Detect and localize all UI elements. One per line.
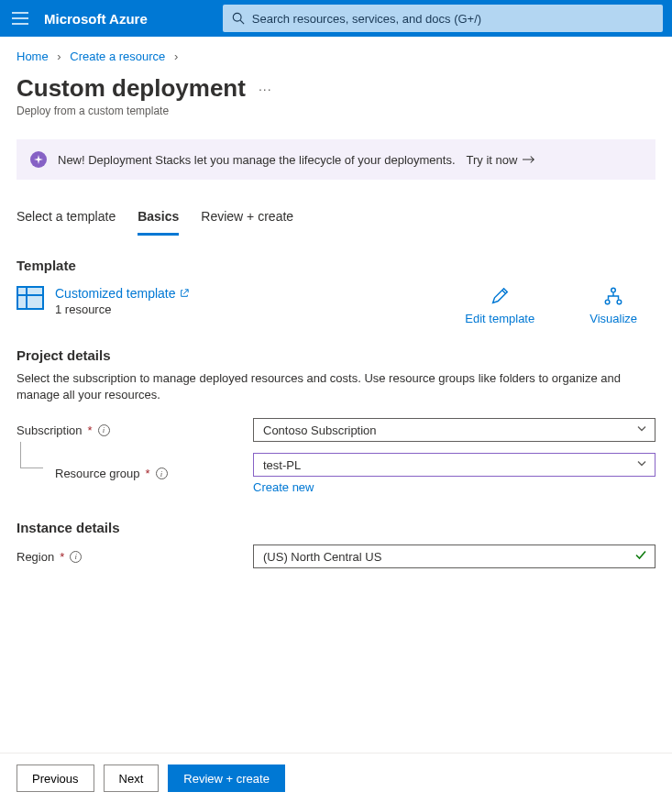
page-header: Custom deployment ··· Deploy from a cust… [0,71,672,123]
required-indicator: * [60,550,64,564]
resource-group-label: Resource group [55,467,140,480]
hierarchy-icon [603,286,623,306]
template-icon [17,286,44,310]
info-icon[interactable]: i [98,424,110,436]
page-title: Custom deployment [17,74,246,103]
tab-basics[interactable]: Basics [138,204,179,236]
resource-group-dropdown[interactable]: test-PL [253,453,655,477]
breadcrumb-home[interactable]: Home [17,50,49,63]
svg-line-1 [240,20,244,24]
banner-text: New! Deployment Stacks let you manage th… [58,153,456,167]
edit-template-button[interactable]: Edit template [465,286,534,325]
search-input[interactable] [252,12,654,26]
more-actions-button[interactable]: ··· [259,82,272,96]
project-details-description: Select the subscription to manage deploy… [17,370,640,403]
pencil-icon [490,286,510,306]
brand-label: Microsoft Azure [40,11,159,27]
svg-point-4 [617,300,622,304]
required-indicator: * [146,467,150,480]
chevron-down-icon [636,458,647,472]
external-link-icon [180,289,189,298]
breadcrumb-create-resource[interactable]: Create a resource [70,50,165,63]
previous-button[interactable]: Previous [17,764,94,792]
customized-template-link[interactable]: Customized template [55,286,189,301]
topbar: Microsoft Azure [0,0,672,37]
info-icon[interactable]: i [156,468,168,479]
compass-icon [30,151,47,168]
svg-point-0 [233,13,241,21]
required-indicator: * [88,424,93,437]
project-details-heading: Project details [17,347,655,363]
svg-point-2 [611,288,616,292]
info-icon[interactable]: i [70,551,82,563]
hamburger-menu-button[interactable] [0,0,40,37]
review-create-button[interactable]: Review + create [168,764,285,792]
global-search[interactable] [223,5,663,32]
footer-actions: Previous Next Review + create [0,753,672,803]
chevron-down-icon [636,424,647,437]
region-dropdown[interactable]: (US) North Central US [253,544,655,568]
tabs: Select a template Basics Review + create [17,204,655,236]
banner-try-link[interactable]: Try it now [467,153,536,167]
create-new-rg-link[interactable]: Create new [253,480,314,494]
checkmark-icon [634,549,647,565]
instance-details-heading: Instance details [17,520,655,535]
template-heading: Template [17,258,655,273]
svg-point-3 [605,300,610,304]
content-area: New! Deployment Stacks let you manage th… [0,123,672,753]
subscription-label: Subscription [17,424,83,437]
arrow-right-icon [523,155,535,164]
next-button[interactable]: Next [104,764,160,792]
visualize-button[interactable]: Visualize [589,286,637,325]
search-icon [232,12,245,25]
template-resource-count: 1 resource [55,302,189,316]
region-label: Region [17,550,54,564]
breadcrumb: Home › Create a resource › [0,37,672,71]
chevron-right-icon: › [57,50,61,63]
tab-review-create[interactable]: Review + create [201,204,293,236]
info-banner: New! Deployment Stacks let you manage th… [17,139,655,180]
tab-select-template[interactable]: Select a template [17,204,116,236]
page-subtitle: Deploy from a custom template [17,104,655,117]
chevron-right-icon: › [174,50,178,63]
subscription-dropdown[interactable]: Contoso Subscription [253,418,655,442]
